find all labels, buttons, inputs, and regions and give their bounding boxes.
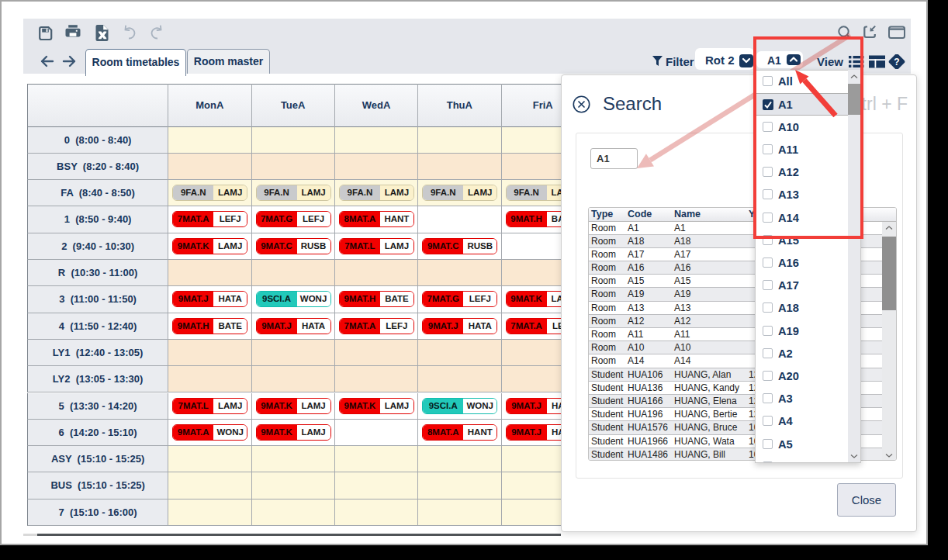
svg-text:?: ? xyxy=(894,57,899,67)
